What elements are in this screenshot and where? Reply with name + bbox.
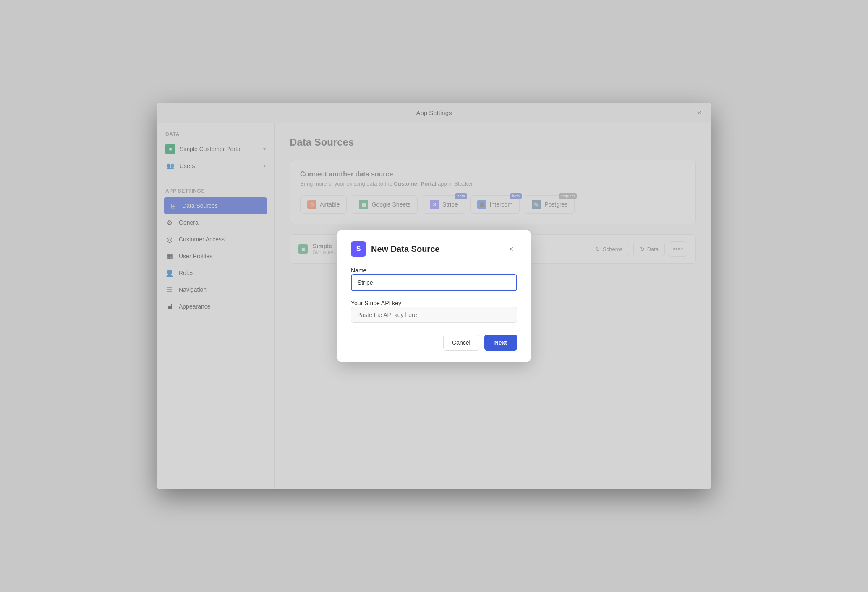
- app-window: App Settings × Data ■ Simple Customer Po…: [157, 103, 711, 489]
- name-field-label: Name: [351, 267, 366, 274]
- modal-title: New Data Source: [371, 244, 439, 254]
- modal-overlay: S New Data Source × Name Your Stripe API…: [157, 103, 711, 489]
- modal-close-button[interactable]: ×: [505, 243, 517, 255]
- name-input[interactable]: [351, 274, 517, 291]
- api-key-label: Your Stripe API key: [351, 300, 401, 306]
- cancel-button[interactable]: Cancel: [443, 335, 479, 351]
- api-key-input[interactable]: [351, 307, 517, 323]
- next-button[interactable]: Next: [484, 335, 517, 351]
- modal-header: S New Data Source ×: [351, 241, 517, 257]
- new-data-source-modal: S New Data Source × Name Your Stripe API…: [337, 230, 531, 362]
- modal-actions: Cancel Next: [351, 335, 517, 351]
- modal-stripe-icon: S: [351, 241, 366, 257]
